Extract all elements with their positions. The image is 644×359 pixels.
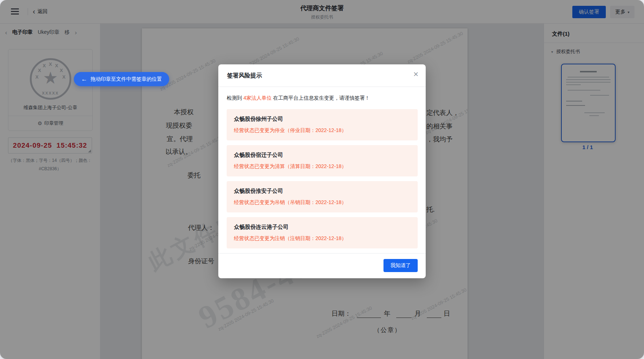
risk-item: 众畅股份宿迁子公司 经营状态已变更为清算（清算日期：2022-12-18） xyxy=(227,145,418,176)
app-window: ‹ 返回 代理商文件签署 授权委托书 确认签署 更多 ▾ ‹ 电子印章 Ukey… xyxy=(0,0,644,359)
risk-status: 经营状态已变更为停业（停业日期：2022-12-18） xyxy=(234,127,410,134)
risk-message-prefix: 检测到 xyxy=(227,95,243,101)
risk-company: 众畅股份徐州子公司 xyxy=(234,116,410,123)
dialog-header: 签署风险提示 × xyxy=(218,64,426,87)
risk-item: 众畅股份连云港子公司 经营状态已变更为注销（注销日期：2022-12-18） xyxy=(227,217,418,248)
risk-item: 众畅股份淮安子公司 经营状态已变更为吊销（吊销日期：2022-12-18） xyxy=(227,181,418,212)
risk-message: 检测到 4家法人单位 在工商平台上信息发生变更，请谨慎签署！ xyxy=(227,95,418,101)
risk-status: 经营状态已变更为吊销（吊销日期：2022-12-18） xyxy=(234,199,410,206)
risk-message-highlight: 4家法人单位 xyxy=(243,95,272,101)
risk-status: 经营状态已变更为清算（清算日期：2022-12-18） xyxy=(234,163,410,170)
dialog-title: 签署风险提示 xyxy=(227,72,262,79)
risk-item: 众畅股份徐州子公司 经营状态已变更为停业（停业日期：2022-12-18） xyxy=(227,109,418,140)
drag-seal-tooltip-label: 拖动印章至文件中需签章的位置 xyxy=(91,76,162,83)
risk-status: 经营状态已变更为注销（注销日期：2022-12-18） xyxy=(234,235,410,242)
dialog-footer: 我知道了 xyxy=(218,253,426,278)
risk-company: 众畅股份宿迁子公司 xyxy=(234,152,410,159)
sign-risk-dialog: 签署风险提示 × 检测到 4家法人单位 在工商平台上信息发生变更，请谨慎签署！ … xyxy=(218,64,426,278)
arrow-left-icon: ← xyxy=(81,76,87,82)
acknowledge-button[interactable]: 我知道了 xyxy=(383,259,418,272)
risk-company: 众畅股份连云港子公司 xyxy=(234,224,410,231)
close-icon[interactable]: × xyxy=(413,70,418,79)
risk-message-suffix: 在工商平台上信息发生变更，请谨慎签署！ xyxy=(272,95,370,101)
risk-company: 众畅股份淮安子公司 xyxy=(234,188,410,195)
dialog-body: 检测到 4家法人单位 在工商平台上信息发生变更，请谨慎签署！ 众畅股份徐州子公司… xyxy=(218,87,426,248)
drag-seal-tooltip: ← 拖动印章至文件中需签章的位置 xyxy=(74,72,169,86)
